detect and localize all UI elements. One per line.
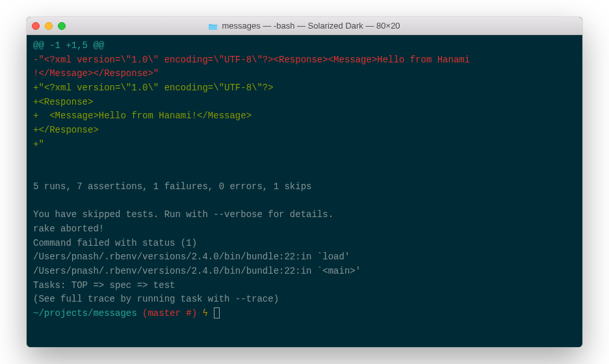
diff-hunk-header: @@ -1 +1,5 @@ (33, 40, 104, 51)
diff-added-line: + <Message>Hello from Hanami!</Message> (33, 110, 252, 121)
terminal-window: messages — -bash — Solarized Dark — 80×2… (27, 17, 582, 347)
prompt-branch: (master #) (137, 308, 197, 318)
test-summary: 5 runs, 7 assertions, 1 failures, 0 erro… (33, 181, 311, 192)
tasks-line: Tasks: TOP => spec => test (33, 280, 175, 291)
diff-added-line: +"<?xml version=\"1.0\" encoding=\"UTF-8… (33, 83, 274, 93)
diff-added-line: +<Response> (33, 97, 93, 107)
diff-removed-line: -"<?xml version=\"1.0\" encoding=\"UTF-8… (33, 55, 470, 65)
skip-note: You have skipped tests. Run with --verbo… (33, 209, 333, 220)
traffic-lights (32, 22, 66, 30)
diff-added-line: +</Response> (33, 125, 99, 135)
terminal-body[interactable]: @@ -1 +1,5 @@ -"<?xml version=\"1.0\" en… (27, 35, 582, 347)
stack-trace-line: /Users/pnash/.rbenv/versions/2.4.0/bin/b… (33, 266, 361, 276)
blank-line (33, 194, 576, 209)
cursor (214, 307, 220, 318)
window-title-text: messages — -bash — Solarized Dark — 80×2… (222, 21, 400, 31)
rake-aborted: rake aborted! (33, 224, 104, 234)
blank-line (33, 152, 576, 166)
diff-added-line: +" (33, 139, 44, 150)
folder-icon (209, 22, 218, 29)
titlebar: messages — -bash — Solarized Dark — 80×2… (27, 17, 582, 35)
diff-removed-line: !</Message></Response>" (33, 68, 159, 79)
blank-line (33, 166, 576, 180)
zoom-button[interactable] (58, 22, 66, 30)
see-trace-hint: (See full trace by running task with --t… (33, 294, 279, 304)
minimize-button[interactable] (45, 22, 53, 30)
close-button[interactable] (32, 22, 40, 30)
stack-trace-line: /Users/pnash/.rbenv/versions/2.4.0/bin/b… (33, 252, 350, 262)
prompt-path: ~/projects/messages (33, 308, 137, 318)
prompt-lightning-icon: ϟ (197, 308, 213, 318)
window-title: messages — -bash — Solarized Dark — 80×2… (27, 21, 582, 31)
command-failed: Command failed with status (1) (33, 238, 197, 248)
